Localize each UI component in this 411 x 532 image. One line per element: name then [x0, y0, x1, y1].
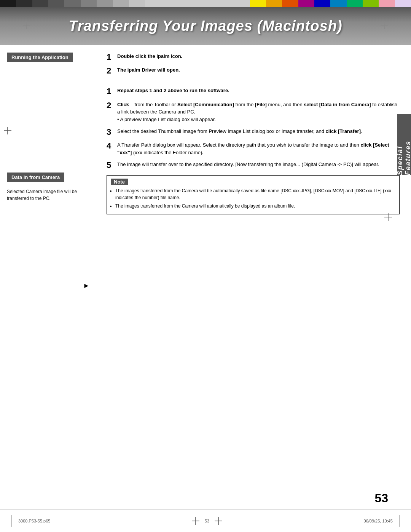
step-3-data-text: Select the desired Thumbnail image from …: [117, 128, 400, 135]
step-4-data-num: 4: [107, 141, 117, 150]
data-in-camera-label: Data in from Camera: [7, 173, 64, 182]
left-column: Running the Application Data in from Cam…: [0, 45, 99, 509]
step-3-data-num: 3: [107, 128, 117, 137]
running-app-steps: 1 Double click the ipalm icon. 2 The ipa…: [107, 53, 400, 75]
step-5-data: 5 The image will transfer over to the sp…: [107, 161, 400, 170]
note-item-1: The images transferred from the Camera w…: [115, 187, 395, 201]
color-swatch-pink: [379, 0, 395, 7]
arrow-pointer: ►: [83, 282, 90, 290]
page-number: 53: [374, 491, 388, 505]
footer-right: 00/09/25, 10:45: [364, 515, 400, 527]
color-swatch: [81, 0, 97, 7]
color-swatch: [129, 0, 145, 7]
step-2-file: [File]: [255, 102, 267, 107]
step-1-data: 1 Repeat steps 1 and 2 above to run the …: [107, 87, 400, 96]
color-swatch-green: [347, 0, 363, 7]
top-color-bar: [0, 0, 411, 7]
data-camera-steps: 1 Repeat steps 1 and 2 above to run the …: [107, 87, 400, 214]
color-swatch-lavender: [395, 0, 411, 7]
print-mark-v1: [11, 515, 12, 527]
crosshair-right-mid: [384, 213, 392, 222]
step-1-data-strong: Repeat steps 1 and 2 above to run the so…: [117, 88, 229, 93]
step-4-data: 4 A Transfer Path dialog box will appear…: [107, 141, 400, 156]
color-swatch: [113, 0, 129, 7]
note-box: Note The images transferred from the Cam…: [107, 175, 400, 214]
data-in-camera-desc: Selected Camera image file will be trans…: [7, 188, 92, 202]
step-4-data-text: A Transfer Path dialog box will appear. …: [117, 141, 400, 156]
step-2-select: Select [Communication]: [177, 102, 234, 107]
page-title: Transferring Your Images (Macintosh): [68, 18, 342, 34]
color-swatch: [97, 0, 113, 7]
crosshair-bottom: [192, 517, 199, 525]
running-app-section: Running the Application: [7, 53, 92, 66]
color-bar-spacer2: [201, 0, 250, 7]
print-mark-v2: [15, 515, 15, 527]
print-mark-v3: [396, 515, 396, 527]
note-list: The images transferred from the Camera w…: [111, 187, 395, 209]
color-swatch-yellow-green: [363, 0, 379, 7]
color-swatch: [64, 0, 80, 7]
color-bar-spacer: [145, 0, 193, 7]
footer-left: 3000.P53-55.p65: [11, 515, 50, 527]
crosshair-right: [381, 22, 388, 30]
step-number-2: 2: [107, 66, 117, 75]
crosshair-left-mid: [4, 127, 11, 136]
color-swatch-purple: [298, 0, 314, 7]
color-swatch-cyan-blue: [330, 0, 346, 7]
data-in-camera-section: Data in from Camera Selected Camera imag…: [7, 173, 92, 202]
step-1-run: 1 Double click the ipalm icon.: [107, 53, 400, 62]
footer-date: 00/09/25, 10:45: [364, 519, 393, 523]
step-2-run: 2 The ipalm Driver will open.: [107, 66, 400, 75]
right-column: 1 Double click the ipalm icon. 2 The ipa…: [99, 45, 411, 509]
step-3-click: click [Transfer]: [326, 128, 361, 134]
note-text: The images transferred from the Camera w…: [111, 187, 395, 209]
note-label: Note: [111, 179, 128, 185]
step-number: 1: [107, 53, 117, 62]
color-swatch: [16, 0, 32, 7]
footer-filename: 3000.P53-55.p65: [18, 519, 50, 523]
step-2-data-num: 2: [107, 101, 117, 110]
running-app-label: Running the Application: [7, 53, 73, 62]
footer-center-area: 53: [192, 517, 222, 525]
print-mark-v4: [399, 515, 400, 527]
color-swatch-yellow: [250, 0, 266, 7]
step-2-data: 2 Click from the Toolbar or Select [Comm…: [107, 101, 400, 123]
step-5-data-text: The image will transfer over to the spec…: [117, 161, 400, 168]
step-4-period: .: [202, 150, 204, 155]
step-1-data-text: Repeat steps 1 and 2 above to run the so…: [117, 87, 400, 94]
step-2-data-text: Click from the Toolbar or Select [Commun…: [117, 101, 400, 123]
step-text: Double click the ipalm icon.: [117, 53, 400, 60]
step-3-data: 3 Select the desired Thumbnail image fro…: [107, 128, 400, 137]
crosshair-bottom2: [215, 517, 222, 525]
step-strong: Double click the ipalm icon.: [117, 53, 182, 59]
step-text-2: The ipalm Driver will open.: [117, 66, 400, 74]
step-4-click: click [Select "xxx"]: [117, 142, 389, 155]
color-swatch-blue: [314, 0, 330, 7]
note-item-2: The images transferred from the Camera w…: [115, 203, 395, 209]
color-swatch-red-orange: [282, 0, 298, 7]
color-swatch: [48, 0, 64, 7]
step-5-data-num: 5: [107, 161, 117, 170]
crosshair-left: [23, 22, 30, 30]
footer-page: 53: [205, 519, 209, 523]
crosshair-top: [193, 0, 201, 7]
color-swatch-orange: [266, 0, 282, 7]
main-content: Running the Application Data in from Cam…: [0, 45, 411, 509]
footer: 3000.P53-55.p65 53 00/09/25, 10:45: [0, 509, 411, 532]
header-band: Transferring Your Images (Macintosh): [0, 7, 411, 45]
step-1-data-num: 1: [107, 87, 117, 96]
color-swatch: [32, 0, 48, 7]
color-swatch: [0, 0, 16, 7]
left-print-area: [7, 81, 92, 173]
special-features-tab: Special Features: [397, 114, 411, 175]
special-features-text: Special Features: [396, 114, 411, 175]
step-2-click: Click: [117, 102, 129, 107]
step-2-select2: select [Data in from Camera]: [304, 102, 371, 107]
step-2-strong: The ipalm Driver will open.: [117, 67, 180, 73]
